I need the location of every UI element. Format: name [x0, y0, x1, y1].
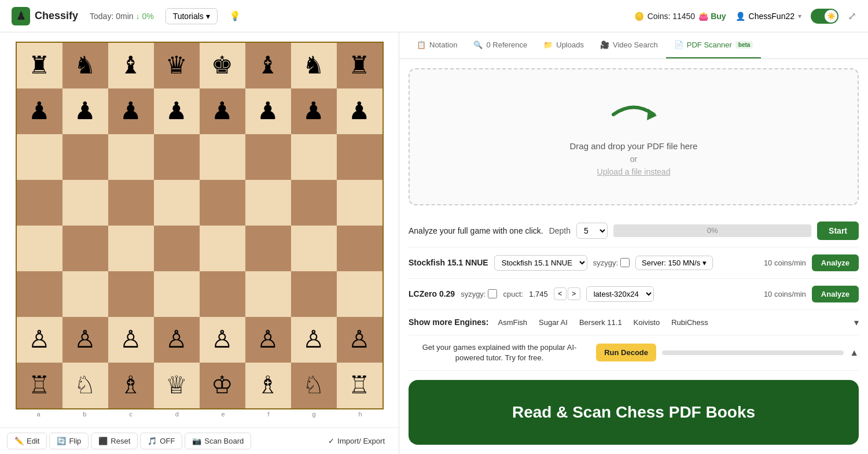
square-e6[interactable] — [200, 134, 245, 180]
tab-video-search[interactable]: 🎥 Video Search — [592, 32, 666, 58]
engine-chip-asmfish[interactable]: AsmFish — [495, 317, 529, 328]
import-export-button[interactable]: ✓ Import/ Export — [321, 433, 392, 449]
collapse-decode-button[interactable]: ▲ — [849, 348, 859, 358]
lczero-syzygy-checkbox[interactable] — [488, 289, 497, 298]
square-b1[interactable]: ♘ — [62, 363, 108, 408]
expand-icon[interactable]: ⤢ — [848, 10, 856, 23]
square-h8[interactable]: ♜ — [337, 43, 382, 88]
scan-board-button[interactable]: 📷 Scan Board — [185, 433, 251, 449]
tutorials-button[interactable]: Tutorials ▾ — [165, 8, 218, 24]
user-button[interactable]: 👤 ChessFun22 ▾ — [735, 12, 801, 21]
square-f1[interactable]: ♗ — [245, 363, 291, 408]
square-c1[interactable]: ♗ — [108, 363, 154, 408]
tab-reference[interactable]: 🔍 0 Reference — [465, 32, 535, 58]
square-b3[interactable] — [62, 271, 108, 317]
square-e1[interactable]: ♔ — [200, 363, 245, 408]
square-d3[interactable] — [154, 271, 200, 317]
square-c8[interactable]: ♝ — [108, 43, 154, 88]
square-b2[interactable]: ♙ — [62, 317, 108, 363]
upload-link[interactable]: Upload a file instead — [597, 167, 671, 176]
tab-pdf-scanner[interactable]: 📄 PDF Scanner beta — [666, 32, 762, 58]
logo[interactable]: ♟ Chessify — [12, 7, 78, 25]
square-e2[interactable]: ♙ — [200, 317, 245, 363]
start-button[interactable]: Start — [817, 222, 859, 240]
square-b6[interactable] — [62, 134, 108, 180]
square-e7[interactable]: ♟ — [200, 88, 245, 134]
square-c7[interactable]: ♟ — [108, 88, 154, 134]
square-d8[interactable]: ♛ — [154, 43, 200, 88]
square-g3[interactable] — [291, 271, 337, 317]
tab-notation[interactable]: 📋 Notation — [409, 32, 465, 58]
square-d4[interactable] — [154, 226, 200, 271]
buy-button[interactable]: 👛 Buy — [698, 12, 726, 21]
drop-zone[interactable]: Drag and drop your PDF file here or Uplo… — [409, 68, 859, 205]
engine-chip-sugarai[interactable]: Sugar AI — [536, 317, 570, 328]
square-f5[interactable] — [245, 180, 291, 226]
square-g1[interactable]: ♘ — [291, 363, 337, 408]
square-f7[interactable]: ♟ — [245, 88, 291, 134]
square-g5[interactable] — [291, 180, 337, 226]
square-c2[interactable]: ♙ — [108, 317, 154, 363]
square-e5[interactable] — [200, 180, 245, 226]
square-b8[interactable]: ♞ — [62, 43, 108, 88]
square-a5[interactable] — [17, 180, 62, 226]
square-a8[interactable]: ♜ — [17, 43, 62, 88]
square-e3[interactable] — [200, 271, 245, 317]
server-select[interactable]: Server: 150 MN/s ▾ — [635, 256, 713, 270]
square-h6[interactable] — [337, 134, 382, 180]
square-f6[interactable] — [245, 134, 291, 180]
big-cta-button[interactable]: Read & Scan Chess PDF Books — [409, 380, 859, 445]
run-decode-button[interactable]: Run Decode — [596, 344, 656, 361]
square-g6[interactable] — [291, 134, 337, 180]
stockfish-syzygy-checkbox[interactable] — [620, 258, 630, 267]
square-d7[interactable]: ♟ — [154, 88, 200, 134]
square-b7[interactable]: ♟ — [62, 88, 108, 134]
square-f8[interactable]: ♝ — [245, 43, 291, 88]
chess-board[interactable]: ♜♞♝♛♚♝♞♜♟♟♟♟♟♟♟♟♙♙♙♙♙♙♙♙♖♘♗♕♔♗♘♖ — [16, 42, 384, 409]
square-g4[interactable] — [291, 226, 337, 271]
square-h2[interactable]: ♙ — [337, 317, 382, 363]
square-d6[interactable] — [154, 134, 200, 180]
cpuct-increase-button[interactable]: > — [568, 287, 580, 300]
expand-engines-button[interactable]: ▾ — [854, 317, 859, 328]
square-g2[interactable]: ♙ — [291, 317, 337, 363]
square-e8[interactable]: ♚ — [200, 43, 245, 88]
square-d5[interactable] — [154, 180, 200, 226]
cpuct-decrease-button[interactable]: < — [554, 287, 567, 300]
square-g8[interactable]: ♞ — [291, 43, 337, 88]
square-c6[interactable] — [108, 134, 154, 180]
engine-chip-berserk[interactable]: Berserk 11.1 — [577, 317, 624, 328]
square-g7[interactable]: ♟ — [291, 88, 337, 134]
flip-button[interactable]: 🔄 Flip — [49, 433, 89, 449]
lczero-model-select[interactable]: latest-320x24 — [586, 286, 654, 302]
square-h5[interactable] — [337, 180, 382, 226]
square-h3[interactable] — [337, 271, 382, 317]
square-a2[interactable]: ♙ — [17, 317, 62, 363]
depth-select[interactable]: 5101520 — [576, 223, 608, 239]
tab-uploads[interactable]: 📁 Uploads — [535, 32, 592, 58]
square-f4[interactable] — [245, 226, 291, 271]
square-d2[interactable]: ♙ — [154, 317, 200, 363]
square-h4[interactable] — [337, 226, 382, 271]
square-a1[interactable]: ♖ — [17, 363, 62, 408]
square-d1[interactable]: ♕ — [154, 363, 200, 408]
square-b5[interactable] — [62, 180, 108, 226]
square-h7[interactable]: ♟ — [337, 88, 382, 134]
stockfish-version-select[interactable]: Stockfish 15.1 NNUE — [494, 255, 587, 271]
reset-button[interactable]: ⬛ Reset — [91, 433, 138, 449]
square-a6[interactable] — [17, 134, 62, 180]
square-e4[interactable] — [200, 226, 245, 271]
bulb-icon[interactable]: 💡 — [229, 10, 241, 21]
theme-toggle[interactable]: ☀️ — [811, 9, 838, 24]
square-a4[interactable] — [17, 226, 62, 271]
engine-chip-koivisto[interactable]: Koivisto — [631, 317, 663, 328]
edit-button[interactable]: ✏️ Edit — [7, 433, 47, 449]
square-a3[interactable] — [17, 271, 62, 317]
square-c5[interactable] — [108, 180, 154, 226]
lczero-analyze-button[interactable]: Analyze — [812, 286, 859, 302]
square-h1[interactable]: ♖ — [337, 363, 382, 408]
square-f2[interactable]: ♙ — [245, 317, 291, 363]
stockfish-analyze-button[interactable]: Analyze — [812, 254, 859, 271]
sound-button[interactable]: 🎵 OFF — [140, 433, 182, 449]
engine-chip-rubichess[interactable]: RubiChess — [669, 317, 711, 328]
